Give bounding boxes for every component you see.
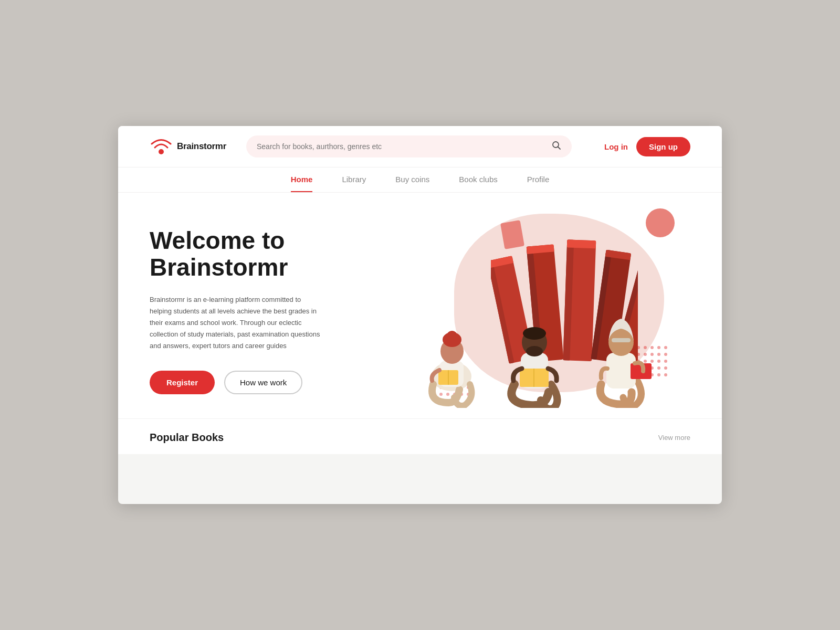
svg-point-82	[526, 346, 543, 356]
logo-area: Brainstormr	[150, 137, 234, 156]
blob-small-top	[646, 208, 675, 237]
login-button[interactable]: Log in	[604, 142, 628, 151]
popular-books-title: Popular Books	[150, 432, 224, 444]
logo-icon	[150, 137, 173, 156]
hero-buttons: Register How we work	[150, 371, 349, 394]
nav-item-book-clubs[interactable]: Book clubs	[459, 175, 497, 192]
nav-item-home[interactable]: Home	[291, 175, 313, 192]
svg-point-0	[159, 149, 164, 154]
search-input[interactable]	[257, 142, 547, 151]
hero-title: Welcome to Brainstormr	[150, 227, 349, 281]
svg-line-2	[558, 147, 561, 150]
view-more-link[interactable]: View more	[658, 434, 690, 442]
people-illustration	[396, 282, 680, 408]
header: Brainstormr Log in Sign up	[118, 126, 722, 167]
brand-name: Brainstormr	[177, 141, 226, 152]
how-we-work-button[interactable]: How we work	[224, 371, 302, 394]
hero-description: Brainstormr is an e-learning platform co…	[150, 294, 323, 352]
header-actions: Log in Sign up	[604, 137, 690, 156]
browser-window: Brainstormr Log in Sign up Home Library …	[118, 126, 722, 504]
register-button[interactable]: Register	[150, 371, 215, 394]
svg-rect-66	[567, 239, 596, 248]
search-icon[interactable]	[552, 141, 561, 152]
search-bar[interactable]	[246, 135, 572, 158]
hero-section: Welcome to Brainstormr Brainstormr is an…	[118, 193, 722, 418]
signup-button[interactable]: Sign up	[636, 137, 690, 156]
nav-item-buy-coins[interactable]: Buy coins	[395, 175, 429, 192]
svg-rect-88	[612, 338, 631, 342]
popular-books-section: Popular Books View more	[118, 418, 722, 454]
nav: Home Library Buy coins Book clubs Profil…	[118, 167, 722, 193]
svg-point-77	[447, 331, 457, 340]
svg-point-83	[523, 327, 546, 340]
nav-item-profile[interactable]: Profile	[527, 175, 550, 192]
hero-illustration: // dots inline	[391, 198, 706, 418]
nav-item-library[interactable]: Library	[342, 175, 366, 192]
hero-text: Welcome to Brainstormr Brainstormr is an…	[150, 227, 349, 395]
